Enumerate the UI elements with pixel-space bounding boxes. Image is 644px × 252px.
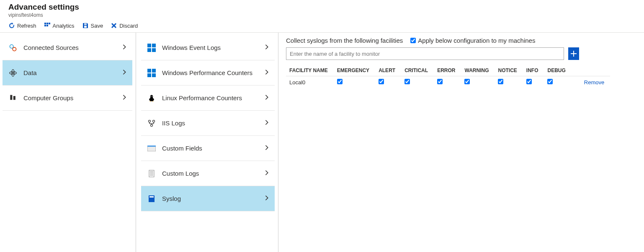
svg-point-6 bbox=[13, 47, 16, 51]
svg-rect-29 bbox=[149, 170, 154, 177]
svg-rect-10 bbox=[10, 95, 12, 100]
data-icon bbox=[8, 68, 18, 78]
connected-sources-icon bbox=[8, 43, 18, 52]
svg-point-5 bbox=[10, 44, 13, 48]
analytics-icon bbox=[44, 22, 51, 29]
workspace-name: vipinsftest4oms bbox=[8, 12, 636, 18]
nav-syslog[interactable]: Syslog bbox=[141, 186, 275, 211]
svg-point-21 bbox=[149, 98, 154, 101]
nav-connected-sources[interactable]: Connected Sources bbox=[3, 35, 132, 60]
col-error: ERROR bbox=[434, 66, 461, 76]
svg-rect-16 bbox=[147, 69, 151, 73]
svg-rect-2 bbox=[49, 23, 50, 24]
svg-rect-12 bbox=[147, 44, 151, 47]
chevron-right-icon bbox=[265, 94, 269, 101]
discard-button[interactable]: Discard bbox=[111, 22, 138, 29]
page-title: Advanced settings bbox=[8, 3, 636, 12]
nav-iis-logs[interactable]: IIS Logs bbox=[141, 111, 275, 136]
svg-rect-18 bbox=[147, 73, 151, 77]
svg-rect-17 bbox=[152, 69, 156, 73]
syslog-icon bbox=[147, 194, 156, 203]
svg-rect-14 bbox=[147, 48, 151, 52]
col-emergency: EMERGENCY bbox=[334, 66, 375, 76]
chk-warning[interactable] bbox=[464, 79, 470, 84]
svg-rect-4 bbox=[46, 25, 48, 26]
col-warning: WARNING bbox=[461, 66, 495, 76]
computer-groups-icon bbox=[8, 94, 18, 103]
nav-data[interactable]: Data bbox=[3, 60, 132, 86]
chevron-right-icon bbox=[122, 94, 126, 101]
nav-custom-fields[interactable]: Custom Fields bbox=[141, 136, 275, 161]
refresh-button[interactable]: Refresh bbox=[8, 22, 36, 29]
nav-custom-logs[interactable]: Custom Logs bbox=[141, 161, 275, 186]
custom-logs-icon bbox=[147, 169, 156, 178]
chevron-right-icon bbox=[122, 44, 126, 51]
apply-config-checkbox[interactable] bbox=[410, 38, 416, 43]
svg-point-22 bbox=[151, 96, 152, 97]
col-critical: CRITICAL bbox=[401, 66, 434, 76]
analytics-button[interactable]: Analytics bbox=[44, 22, 75, 29]
cell-facility-name: Local0 bbox=[286, 76, 334, 88]
svg-point-25 bbox=[153, 120, 155, 122]
save-icon bbox=[82, 22, 89, 29]
svg-point-24 bbox=[149, 120, 151, 122]
chk-notice[interactable] bbox=[498, 79, 503, 84]
discard-icon bbox=[111, 22, 117, 29]
windows-icon bbox=[147, 43, 156, 52]
chevron-right-icon bbox=[265, 195, 269, 202]
svg-rect-11 bbox=[13, 96, 15, 100]
col-alert: ALERT bbox=[375, 66, 401, 76]
chevron-right-icon bbox=[265, 145, 269, 152]
col-facility-name: FACILITY NAME bbox=[286, 66, 334, 76]
chk-error[interactable] bbox=[437, 79, 443, 84]
chevron-right-icon bbox=[265, 69, 269, 76]
chk-alert[interactable] bbox=[379, 79, 384, 84]
add-facility-button[interactable] bbox=[568, 47, 579, 60]
chk-emergency[interactable] bbox=[337, 79, 343, 84]
svg-rect-3 bbox=[44, 25, 46, 26]
iis-icon bbox=[147, 119, 156, 128]
data-subcategory-column: Windows Event Logs Windows Performance C… bbox=[136, 33, 278, 252]
col-info: INFO bbox=[523, 66, 544, 76]
refresh-icon bbox=[8, 22, 15, 29]
svg-rect-19 bbox=[152, 73, 156, 77]
nav-computer-groups[interactable]: Computer Groups bbox=[3, 86, 132, 111]
collect-label: Collect syslogs from the following facil… bbox=[286, 37, 403, 44]
chk-info[interactable] bbox=[526, 79, 532, 84]
apply-config-label: Apply below configuration to my machines bbox=[418, 37, 535, 44]
linux-icon bbox=[147, 94, 156, 103]
svg-rect-35 bbox=[149, 196, 154, 197]
save-button[interactable]: Save bbox=[82, 22, 103, 29]
svg-point-23 bbox=[152, 96, 153, 97]
svg-rect-13 bbox=[152, 44, 156, 47]
svg-point-9 bbox=[12, 72, 14, 73]
col-debug: DEBUG bbox=[544, 66, 571, 76]
chevron-right-icon bbox=[122, 69, 126, 76]
nav-linux-perf-counters[interactable]: Linux Performance Counters bbox=[141, 86, 275, 111]
chevron-right-icon bbox=[265, 44, 269, 51]
svg-rect-28 bbox=[147, 145, 156, 147]
category-column: Connected Sources Data Computer Groups bbox=[0, 33, 136, 252]
facilities-table: FACILITY NAME EMERGENCY ALERT CRITICAL E… bbox=[286, 66, 610, 88]
facility-name-input[interactable] bbox=[286, 47, 564, 60]
col-notice: NOTICE bbox=[495, 66, 523, 76]
svg-rect-1 bbox=[46, 23, 48, 24]
chk-critical[interactable] bbox=[404, 79, 410, 84]
syslog-panel: Collect syslogs from the following facil… bbox=[278, 33, 644, 252]
table-row: Local0 Remove bbox=[286, 76, 610, 88]
chk-debug[interactable] bbox=[547, 79, 553, 84]
custom-fields-icon bbox=[147, 144, 156, 153]
command-bar: Refresh Analytics Save Discard bbox=[0, 20, 644, 33]
svg-point-26 bbox=[151, 124, 153, 126]
remove-link[interactable]: Remove bbox=[584, 79, 604, 86]
windows-icon bbox=[147, 68, 156, 78]
svg-rect-15 bbox=[152, 48, 156, 52]
svg-rect-0 bbox=[44, 23, 46, 24]
nav-windows-perf-counters[interactable]: Windows Performance Counters bbox=[141, 60, 275, 86]
chevron-right-icon bbox=[265, 170, 269, 177]
nav-windows-event-logs[interactable]: Windows Event Logs bbox=[141, 35, 275, 60]
chevron-right-icon bbox=[265, 120, 269, 127]
plus-icon bbox=[571, 51, 577, 57]
